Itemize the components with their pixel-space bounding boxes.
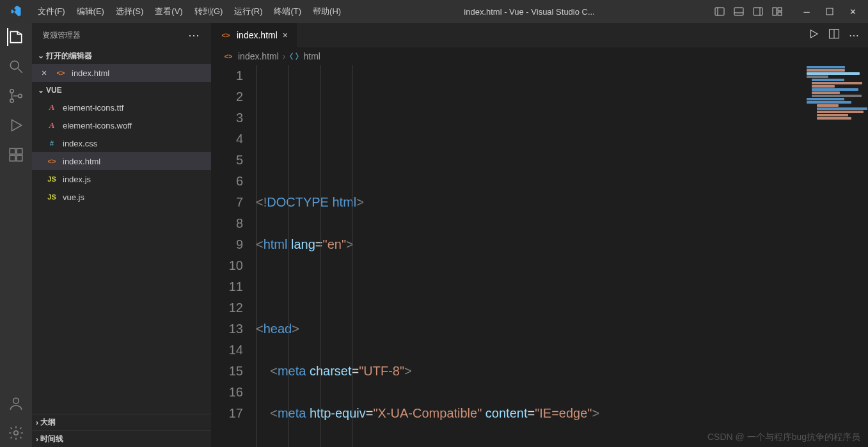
file-label: index.html — [72, 68, 109, 78]
svg-point-19 — [13, 398, 19, 404]
account-icon[interactable] — [7, 395, 25, 412]
toggle-panel-right-icon[interactable] — [750, 4, 766, 19]
file-item[interactable]: Aelement-icons.ttf — [32, 98, 211, 116]
run-debug-icon[interactable] — [7, 116, 25, 134]
menu-bar: 文件(F) 编辑(E) 选择(S) 查看(V) 转到(G) 运行(R) 终端(T… — [32, 0, 347, 23]
svg-rect-9 — [826, 8, 833, 15]
svg-rect-16 — [10, 155, 15, 161]
open-editors-section[interactable]: ⌄打开的编辑器 — [32, 47, 211, 64]
explorer-icon[interactable] — [7, 28, 25, 46]
svg-rect-15 — [10, 148, 15, 154]
menu-help[interactable]: 帮助(H) — [307, 0, 347, 23]
svg-point-20 — [14, 431, 19, 435]
vscode-logo-icon — [0, 6, 32, 17]
file-label: element-icons.ttf — [63, 103, 123, 113]
menu-select[interactable]: 选择(S) — [110, 0, 149, 23]
svg-point-13 — [10, 99, 13, 102]
chevron-down-icon: ⌄ — [36, 51, 46, 60]
menu-view[interactable]: 查看(V) — [149, 0, 188, 23]
sidebar-more-icon[interactable]: ⋯ — [188, 28, 201, 42]
outline-section[interactable]: › 大纲 — [32, 414, 211, 430]
file-label: index.css — [63, 139, 97, 148]
editor-tabs: <> index.html × ⋯ — [211, 23, 868, 47]
menu-run[interactable]: 运行(R) — [228, 0, 268, 23]
html-file-icon: <> — [46, 155, 58, 167]
line-gutter: 1234567891011121314151617 — [211, 65, 256, 447]
js-file-icon: JS — [46, 191, 58, 203]
close-editor-icon[interactable]: × — [38, 68, 50, 78]
svg-rect-2 — [734, 8, 743, 15]
svg-rect-6 — [773, 8, 777, 15]
chevron-down-icon: ⌄ — [36, 86, 46, 95]
activity-bar — [0, 23, 32, 447]
svg-rect-8 — [778, 12, 782, 15]
sidebar: 资源管理器 ⋯ ⌄打开的编辑器 × <> index.html ⌄VUE Ael… — [32, 23, 211, 447]
breadcrumb[interactable]: <> index.html › html — [211, 47, 868, 65]
menu-go[interactable]: 转到(G) — [189, 0, 229, 23]
project-section[interactable]: ⌄VUE — [32, 82, 211, 98]
chevron-right-icon: › — [36, 435, 38, 444]
code-editor[interactable]: 1234567891011121314151617 <!DOCTYPE html… — [211, 65, 868, 447]
tab-label: index.html — [237, 30, 278, 40]
editor-area: <> index.html × ⋯ <> index.html › html 1… — [211, 23, 868, 447]
split-editor-icon[interactable] — [828, 28, 840, 42]
run-icon[interactable] — [808, 28, 819, 42]
menu-edit[interactable]: 编辑(E) — [71, 0, 110, 23]
minimize-icon[interactable]: ─ — [798, 3, 816, 20]
settings-gear-icon[interactable] — [7, 424, 25, 442]
close-icon[interactable]: ✕ — [844, 3, 862, 20]
extensions-icon[interactable] — [7, 146, 25, 164]
toggle-panel-bottom-icon[interactable] — [731, 4, 746, 19]
close-tab-icon[interactable]: × — [283, 30, 288, 40]
title-bar: 文件(F) 编辑(E) 选择(S) 查看(V) 转到(G) 运行(R) 终端(T… — [0, 0, 868, 23]
timeline-section[interactable]: › 时间线 — [32, 430, 211, 447]
breadcrumb-node[interactable]: html — [303, 51, 320, 61]
menu-terminal[interactable]: 终端(T) — [268, 0, 307, 23]
search-icon[interactable] — [7, 58, 25, 75]
file-item[interactable]: <>index.html — [32, 152, 211, 170]
svg-rect-17 — [17, 155, 22, 161]
file-label: vue.js — [63, 192, 84, 202]
code-content[interactable]: <!DOCTYPE html> <html lang="en"> <head> … — [256, 65, 868, 447]
open-editor-item[interactable]: × <> index.html — [32, 64, 211, 82]
js-file-icon: JS — [46, 173, 58, 185]
file-label: element-icons.woff — [63, 121, 132, 130]
html-file-icon: <> — [220, 29, 232, 41]
html-file-icon: <> — [223, 51, 234, 62]
source-control-icon[interactable] — [7, 87, 25, 105]
chevron-right-icon: › — [36, 418, 38, 427]
file-label: index.html — [63, 157, 100, 166]
hash-file-icon: # — [46, 137, 58, 149]
maximize-icon[interactable] — [821, 3, 839, 20]
svg-point-10 — [10, 61, 19, 69]
sidebar-header: 资源管理器 ⋯ — [32, 23, 211, 47]
svg-rect-4 — [754, 8, 762, 15]
window-title: index.html - Vue - Visual Studio C... — [347, 7, 712, 17]
sidebar-title: 资源管理器 — [42, 30, 81, 41]
file-label: index.js — [63, 175, 91, 184]
breadcrumb-file[interactable]: index.html — [238, 51, 279, 61]
watermark: CSDN @ 一个与程序bug抗争的程序员 — [707, 432, 860, 443]
a-file-icon: A — [46, 120, 58, 131]
svg-point-12 — [10, 90, 13, 93]
brackets-icon — [289, 51, 299, 61]
layout-icons — [712, 4, 785, 19]
file-item[interactable]: Aelement-icons.woff — [32, 116, 211, 134]
html-file-icon: <> — [55, 67, 67, 79]
svg-rect-18 — [17, 148, 22, 154]
menu-file[interactable]: 文件(F) — [32, 0, 71, 23]
tab-index-html[interactable]: <> index.html × — [211, 23, 297, 47]
a-file-icon: A — [46, 102, 58, 113]
customize-layout-icon[interactable] — [769, 4, 785, 19]
svg-rect-7 — [778, 8, 782, 11]
file-item[interactable]: #index.css — [32, 134, 211, 152]
svg-rect-0 — [715, 8, 724, 15]
svg-line-11 — [18, 68, 22, 73]
svg-point-14 — [19, 94, 22, 97]
more-actions-icon[interactable]: ⋯ — [849, 29, 859, 42]
file-item[interactable]: JSvue.js — [32, 188, 211, 206]
toggle-panel-left-icon[interactable] — [712, 4, 727, 19]
file-item[interactable]: JSindex.js — [32, 170, 211, 188]
minimap[interactable] — [804, 65, 868, 180]
